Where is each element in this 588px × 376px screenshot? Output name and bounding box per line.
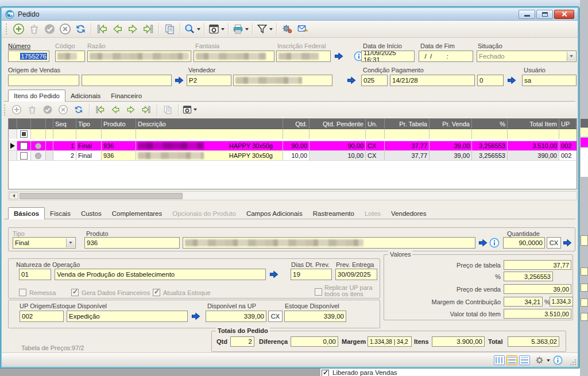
grid-refresh-button[interactable]: [72, 102, 86, 117]
dropdown-caret-icon[interactable]: [547, 359, 550, 362]
view-form-button[interactable]: [519, 355, 530, 365]
header-up[interactable]: UP: [559, 119, 577, 129]
filter-cell[interactable]: [366, 129, 385, 139]
situacao-dropdown-button[interactable]: [567, 52, 575, 61]
filter-cell[interactable]: [310, 129, 366, 139]
cell-tipo[interactable]: Final: [76, 141, 102, 150]
cell-produto[interactable]: 936: [102, 141, 136, 150]
estoque-disponivel-field[interactable]: 339,00: [284, 311, 346, 322]
tab-vendedores[interactable]: Vendedores: [386, 208, 431, 219]
inscricao-federal-field[interactable]: [276, 51, 331, 62]
grid-previous-button[interactable]: [109, 102, 122, 117]
preco-venda-field[interactable]: 39,00: [504, 284, 571, 294]
header-qtd[interactable]: Qtd.: [283, 119, 310, 129]
totais-qtd-field[interactable]: 2: [230, 336, 254, 347]
row-checkbox-cell[interactable]: [17, 151, 31, 160]
grid-horizontal-scrollbar[interactable]: [8, 191, 577, 200]
remessa-checkbox[interactable]: [19, 289, 26, 296]
confirm-button[interactable]: [42, 22, 56, 37]
totais-diferenca-field[interactable]: 0,00: [291, 336, 338, 347]
cell-descricao[interactable]: HAPPY 30x50g: [136, 141, 283, 150]
filter-cell[interactable]: [430, 129, 472, 139]
cell-total-item[interactable]: 390,00: [508, 151, 559, 160]
tab-adicionais[interactable]: Adicionais: [65, 90, 106, 102]
settings-gear-icon[interactable]: [535, 355, 544, 365]
replicar-up-checkbox[interactable]: [315, 288, 322, 296]
cell-qtd-pendente[interactable]: 10,00: [310, 151, 366, 160]
cell-qtd[interactable]: 10,00: [283, 151, 310, 160]
header-checkbox[interactable]: [17, 119, 31, 129]
tab-rastreamento[interactable]: Rastreamento: [308, 208, 359, 219]
filter-cell[interactable]: [76, 129, 102, 139]
cancel-button[interactable]: [58, 22, 72, 37]
filter-cell[interactable]: [31, 129, 46, 139]
data-inicio-field[interactable]: 11/09/2025 16:31: [361, 51, 415, 62]
grid-last-button[interactable]: [140, 102, 153, 117]
table-row[interactable]: 2 Final 936 HAPPY 30x50g 10,00 10,00 CX …: [9, 151, 577, 161]
cell-seq[interactable]: 1: [53, 141, 76, 150]
tab-custos[interactable]: Custos: [76, 208, 107, 219]
delete-button[interactable]: [27, 22, 41, 37]
cell-descricao[interactable]: HAPPY 30x50g: [136, 151, 283, 160]
cell-un[interactable]: CX: [366, 151, 385, 160]
cell-seq[interactable]: 2: [53, 151, 76, 160]
vendedor-code-field[interactable]: P2: [187, 75, 231, 86]
copy-button[interactable]: [163, 22, 176, 37]
table-row-selected[interactable]: 1 Final 936 HAPPY 30x50g 90,00 90,00 CX …: [9, 141, 577, 151]
print-button[interactable]: [232, 22, 249, 37]
origem-vendas-code-field[interactable]: [8, 75, 79, 86]
row-checkbox-cell[interactable]: [17, 141, 31, 150]
previous-record-button[interactable]: [110, 22, 124, 37]
cell-up[interactable]: 002: [559, 141, 577, 150]
search-button[interactable]: [184, 22, 200, 37]
cell-qtd[interactable]: 90,00: [283, 141, 310, 150]
tab-itens-do-pedido[interactable]: Itens do Pedido: [8, 90, 65, 102]
filter-cell[interactable]: [53, 129, 76, 139]
razao-field[interactable]: [87, 51, 191, 62]
filter-checkbox-cell[interactable]: [17, 129, 31, 139]
atualiza-estoque-checkbox[interactable]: [153, 289, 160, 296]
grid-delete-button[interactable]: [25, 102, 39, 117]
grid-add-button[interactable]: [10, 102, 24, 117]
view-options-button[interactable]: [208, 22, 225, 37]
scroll-left-button[interactable]: [9, 192, 18, 199]
lookup-arrow-icon[interactable]: [191, 312, 200, 320]
header-produto[interactable]: Produto: [102, 119, 136, 129]
header-qtd-pendente[interactable]: Qtd. Pendente: [310, 119, 366, 129]
lookup-arrow-icon[interactable]: [334, 52, 343, 60]
grid-copy-button[interactable]: [161, 102, 175, 117]
header-status[interactable]: [31, 119, 46, 129]
margem-valor-field[interactable]: 1.334,3: [550, 297, 573, 307]
fantasia-field[interactable]: [194, 51, 274, 62]
totais-itens-field[interactable]: 3.900,00: [432, 336, 485, 347]
send-button[interactable]: [296, 22, 310, 37]
titlebar[interactable]: Pedido: [2, 8, 578, 21]
view-grid-button[interactable]: [494, 355, 505, 365]
cell-pr-venda[interactable]: 39,00: [430, 141, 472, 150]
origem-vendas-name-field[interactable]: [82, 75, 172, 86]
cell-qtd-pendente[interactable]: 90,00: [310, 141, 366, 150]
header-pr-venda[interactable]: Pr. Venda: [430, 119, 472, 129]
close-button[interactable]: [554, 10, 574, 19]
cell-pct[interactable]: 3,256553: [472, 141, 508, 150]
natureza-descricao-field[interactable]: Venda de Produção do Estabelecimento: [55, 269, 266, 280]
lookup-arrow-icon[interactable]: [507, 76, 516, 84]
header-descricao[interactable]: Descrição: [136, 119, 283, 129]
filter-cell[interactable]: [508, 129, 559, 139]
valor-total-item-field[interactable]: 3.510,00: [504, 309, 571, 319]
numero-field[interactable]: 1755276: [8, 51, 49, 62]
filter-cell[interactable]: [283, 129, 310, 139]
lookup-arrow-icon[interactable]: [347, 76, 356, 84]
cell-produto[interactable]: 936: [102, 151, 136, 160]
produto-name-field[interactable]: [183, 237, 475, 249]
tab-campos-adicionais[interactable]: Campos Adicionais: [241, 208, 308, 219]
minimize-button[interactable]: [519, 10, 535, 19]
lookup-arrow-icon[interactable]: [175, 76, 184, 84]
condicao-code-field[interactable]: 025: [361, 75, 388, 86]
codigo-field[interactable]: [55, 51, 85, 62]
grid-view-options-button[interactable]: [182, 102, 197, 117]
refresh-button[interactable]: [74, 22, 87, 37]
filter-cell[interactable]: [385, 129, 430, 139]
condicao-parcelas-field[interactable]: 0: [477, 75, 504, 86]
filter-cell[interactable]: [102, 129, 136, 139]
